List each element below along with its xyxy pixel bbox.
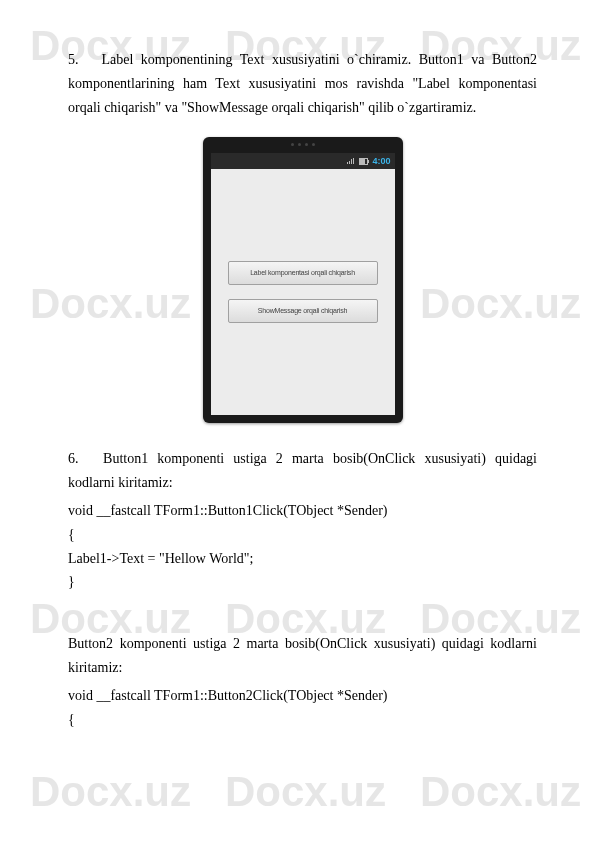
signal-icon — [347, 158, 355, 164]
code-line: { — [68, 523, 537, 547]
section-5-text: Label komponentining Text xususiyatini o… — [68, 52, 537, 115]
code-line: void __fastcall TForm1::Button2Click(TOb… — [68, 684, 537, 708]
watermark: Docx.uz — [225, 768, 386, 816]
app-area: Label komponentasi orqali chiqarish Show… — [211, 169, 395, 415]
battery-icon — [359, 158, 368, 165]
code-line: void __fastcall TForm1::Button1Click(TOb… — [68, 499, 537, 523]
phone-speaker-dots — [291, 143, 315, 146]
mockup-container: 4:00 Label komponentasi orqali chiqarish… — [68, 137, 537, 423]
code-block-1: void __fastcall TForm1::Button1Click(TOb… — [68, 499, 537, 594]
watermark: Docx.uz — [30, 768, 191, 816]
status-time: 4:00 — [372, 154, 390, 169]
code-line: { — [68, 708, 537, 732]
page-content: 5. Label komponentining Text xususiyatin… — [0, 0, 595, 771]
section-6-paragraph: 6. Button1 komponenti ustiga 2 marta bos… — [68, 447, 537, 495]
button2-mockup[interactable]: ShowMessage orqali chiqarish — [228, 299, 378, 323]
section-5-paragraph: 5. Label komponentining Text xususiyatin… — [68, 48, 537, 119]
list-number-5: 5. — [68, 48, 94, 72]
phone-frame: 4:00 Label komponentasi orqali chiqarish… — [203, 137, 403, 423]
code-line: } — [68, 570, 537, 594]
code-line: Label1->Text = "Hellow World"; — [68, 547, 537, 571]
section-6-text: Button1 komponenti ustiga 2 marta bosib(… — [68, 451, 537, 490]
phone-screen: 4:00 Label komponentasi orqali chiqarish… — [211, 153, 395, 415]
button2-text: Button2 komponenti ustiga 2 marta bosib(… — [68, 636, 537, 675]
code-block-2: void __fastcall TForm1::Button2Click(TOb… — [68, 684, 537, 732]
status-bar: 4:00 — [211, 153, 395, 169]
list-number-6: 6. — [68, 447, 94, 471]
watermark: Docx.uz — [420, 768, 581, 816]
designer-grid — [215, 173, 391, 411]
button2-paragraph: Button2 komponenti ustiga 2 marta bosib(… — [68, 632, 537, 680]
button1-mockup[interactable]: Label komponentasi orqali chiqarish — [228, 261, 378, 285]
